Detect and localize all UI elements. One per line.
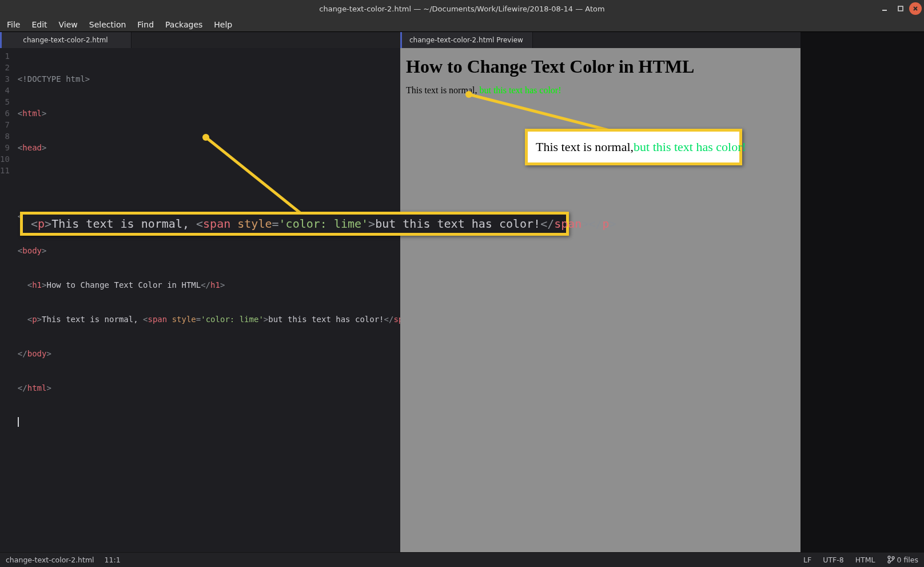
code-text: p <box>603 217 610 231</box>
menu-file[interactable]: File <box>1 19 26 30</box>
tabstrip: change-text-color-2.html change-text-col… <box>0 32 924 48</box>
right-rail <box>800 32 924 552</box>
workspace: 1 2 3 4 5 6 7 8 9 10 11 <!DOCTYPE html> … <box>0 48 924 552</box>
code-text: < <box>27 315 32 324</box>
code-text: 'color: lime' <box>279 217 369 231</box>
code-text: > <box>42 109 46 118</box>
annotation-callout-preview: This text is normal, but this text has c… <box>525 129 742 165</box>
lineno: 11 <box>0 165 10 176</box>
code-text: </ <box>201 280 210 290</box>
code-text: h1 <box>210 280 220 290</box>
lineno: 10 <box>0 153 10 165</box>
code-text: </ <box>384 315 394 324</box>
tab-preview[interactable]: change-text-color-2.html Preview <box>400 32 533 48</box>
menu-find[interactable]: Find <box>132 19 160 30</box>
status-eol[interactable]: LF <box>803 556 811 564</box>
code-text: 'color: lime' <box>201 315 264 324</box>
code-text: but this text has color! <box>375 217 540 231</box>
code-text: = <box>196 315 201 324</box>
code-text: > <box>42 143 46 152</box>
code-text: = <box>272 217 279 231</box>
window-minimize-button[interactable] <box>877 2 892 15</box>
editor-pane[interactable]: 1 2 3 4 5 6 7 8 9 10 11 <!DOCTYPE html> … <box>0 48 400 552</box>
lineno: 7 <box>0 119 10 130</box>
code-text: > <box>46 383 51 392</box>
menubar: File Edit View Selection Find Packages H… <box>0 17 924 32</box>
status-grammar[interactable]: HTML <box>855 556 875 564</box>
status-git[interactable]: 0 files <box>887 556 918 564</box>
code-text: h1 <box>32 280 42 290</box>
lineno: 3 <box>0 73 10 85</box>
status-filename[interactable]: change-text-color-2.html <box>6 556 94 564</box>
code-text: > <box>368 217 375 231</box>
code-text: span <box>554 217 582 231</box>
window-maximize-button[interactable] <box>893 2 908 15</box>
lineno: 4 <box>0 85 10 96</box>
window-close-button[interactable] <box>909 2 922 15</box>
window-controls <box>877 0 922 17</box>
code-text: < <box>31 217 38 231</box>
editor-code[interactable]: <!DOCTYPE html> <html> <head> </head> <b… <box>14 48 400 451</box>
code-text: </ <box>588 217 602 231</box>
code-text <box>18 280 27 290</box>
code-text: </ <box>18 349 27 358</box>
svg-point-10 <box>892 557 894 559</box>
tab-preview-label: change-text-color-2.html Preview <box>409 36 523 44</box>
menu-packages[interactable]: Packages <box>160 19 208 30</box>
code-text: > <box>37 315 42 324</box>
menu-help[interactable]: Help <box>208 19 238 30</box>
callout-preview-normal: This text is normal, <box>536 140 634 154</box>
code-text: <!DOCTYPE html> <box>18 74 90 84</box>
code-text: How to Change Text Color in HTML <box>46 280 201 290</box>
code-text: html <box>22 109 42 118</box>
menu-edit[interactable]: Edit <box>26 19 53 30</box>
status-cursor-pos[interactable]: 11:1 <box>105 556 121 564</box>
code-text: body <box>27 349 47 358</box>
code-text: < <box>27 280 32 290</box>
menu-selection[interactable]: Selection <box>83 19 132 30</box>
code-text: </ <box>18 383 27 392</box>
preview-text-normal: This text is normal, <box>406 85 479 95</box>
lineno: 6 <box>0 108 10 119</box>
code-text: head <box>22 143 42 152</box>
code-text: > <box>264 315 268 324</box>
code-text: </ <box>540 217 554 231</box>
svg-point-8 <box>888 556 890 558</box>
code-text: style <box>172 315 196 324</box>
lineno: 1 <box>0 50 10 62</box>
code-text <box>18 177 22 187</box>
svg-rect-1 <box>898 6 903 11</box>
window-titlebar: change-text-color-2.html — ~/Documents/W… <box>0 0 924 17</box>
code-text: < <box>196 217 203 231</box>
code-text: span <box>203 217 230 231</box>
callout-preview-colored: but this text has color! <box>634 140 746 154</box>
menu-view[interactable]: View <box>53 19 83 30</box>
code-text: p <box>32 315 37 324</box>
lineno: 2 <box>0 62 10 73</box>
git-branch-icon <box>887 556 895 564</box>
annotation-callout-code: <p>This text is normal, <span style='col… <box>20 212 569 236</box>
code-text <box>230 217 237 231</box>
statusbar: change-text-color-2.html 11:1 LF UTF-8 H… <box>0 552 924 567</box>
editor-cursor <box>18 417 19 427</box>
tab-source-label: change-text-color-2.html <box>23 36 107 44</box>
svg-point-9 <box>888 561 890 563</box>
code-text: > <box>46 349 51 358</box>
code-text: > <box>42 246 46 255</box>
status-git-label: 0 files <box>897 556 918 564</box>
status-encoding[interactable]: UTF-8 <box>823 556 843 564</box>
code-text: but this text has color! <box>268 315 384 324</box>
code-text: This text is normal, <box>51 217 196 231</box>
lineno: 9 <box>0 142 10 153</box>
code-text: > <box>45 217 51 231</box>
preview-text-colored: but this text has color! <box>479 85 561 95</box>
code-text: This text is normal, <box>42 315 143 324</box>
code-text: span <box>393 315 400 324</box>
code-text: > <box>582 217 588 231</box>
code-text <box>18 315 27 324</box>
code-text: html <box>27 383 47 392</box>
code-text: body <box>22 246 42 255</box>
tab-source[interactable]: change-text-color-2.html <box>0 32 132 48</box>
code-text <box>167 315 172 324</box>
code-text: style <box>237 217 272 231</box>
